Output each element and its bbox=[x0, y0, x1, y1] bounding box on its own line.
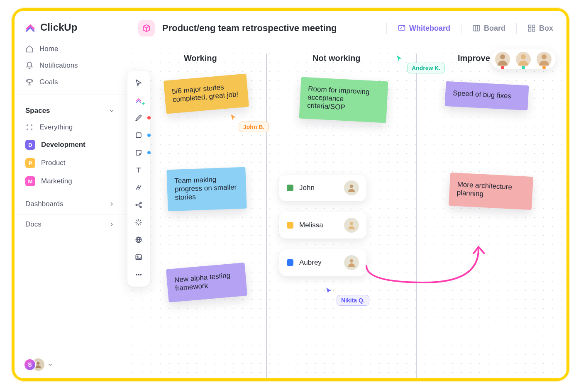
svg-rect-11 bbox=[136, 133, 141, 138]
sticky-text: More architecture planning bbox=[456, 180, 512, 198]
spaces-header[interactable]: Spaces bbox=[15, 99, 126, 119]
column-title-improve: Improve bbox=[458, 54, 490, 63]
sidebar: ClickUp Home Notifications Goals Spaces … bbox=[15, 11, 126, 378]
cursor-icon bbox=[325, 287, 333, 295]
tab-whiteboard[interactable]: Whiteboard bbox=[397, 22, 451, 34]
sticky-note[interactable]: Room for improving acceptance criteria/S… bbox=[299, 77, 388, 123]
nav-docs-label: Docs bbox=[25, 220, 42, 229]
cursor-label: John B. bbox=[239, 122, 269, 132]
sidebar-item-label: Product bbox=[41, 159, 66, 167]
nav-notifications[interactable]: Notifications bbox=[15, 57, 126, 74]
sticky-note[interactable]: 5/6 major stories completed, great job! bbox=[164, 73, 249, 114]
person-card[interactable]: John bbox=[279, 175, 366, 201]
svg-point-17 bbox=[137, 256, 138, 257]
avatar bbox=[344, 180, 359, 195]
tab-box[interactable]: Box bbox=[527, 22, 554, 34]
tool-connector[interactable] bbox=[131, 180, 146, 195]
box-icon bbox=[527, 24, 536, 32]
separator bbox=[461, 23, 461, 34]
whiteboard-canvas[interactable]: + Working Not working Improve bbox=[126, 46, 566, 378]
space-cube-icon[interactable] bbox=[138, 20, 155, 37]
sticky-text: Team making progress on smaller stories bbox=[174, 175, 237, 201]
sticky-note[interactable]: New alpha testing framework bbox=[166, 263, 247, 302]
space-badge: D bbox=[25, 140, 35, 150]
status-color-icon bbox=[287, 259, 293, 266]
tool-pen[interactable] bbox=[131, 110, 146, 126]
brand-name: ClickUp bbox=[40, 22, 77, 33]
svg-rect-7 bbox=[528, 25, 531, 28]
sticky-note[interactable]: More architecture planning bbox=[449, 173, 533, 210]
nav-goals-label: Goals bbox=[39, 78, 58, 86]
sidebar-item-development[interactable]: D Development bbox=[15, 136, 126, 154]
nav-goals[interactable]: Goals bbox=[15, 74, 126, 90]
svg-point-1 bbox=[31, 124, 32, 126]
column-divider bbox=[416, 54, 417, 378]
tool-image[interactable] bbox=[131, 249, 146, 265]
chevron-right-icon bbox=[108, 201, 115, 207]
cursor-label: Nikita Q. bbox=[337, 295, 369, 306]
chevron-right-icon bbox=[108, 221, 115, 228]
tool-ai[interactable] bbox=[131, 214, 146, 230]
tool-branch[interactable] bbox=[131, 197, 146, 213]
remote-cursor-john: John B. bbox=[229, 113, 269, 132]
person-card[interactable]: Melissa bbox=[279, 212, 366, 239]
view-tabs: Whiteboard Board Box bbox=[386, 22, 554, 34]
svg-point-13 bbox=[140, 202, 141, 203]
tool-sticky[interactable] bbox=[131, 145, 146, 161]
tool-pointer[interactable] bbox=[131, 75, 146, 91]
bell-icon bbox=[25, 61, 34, 70]
nav-home[interactable]: Home bbox=[15, 41, 126, 57]
person-card[interactable]: Aubrey bbox=[279, 249, 366, 276]
sticky-note[interactable]: Speed of bug fixes bbox=[445, 81, 529, 110]
sidebar-item-product[interactable]: P Product bbox=[15, 154, 126, 172]
column-divider bbox=[266, 54, 267, 378]
sidebar-item-everything[interactable]: Everything bbox=[15, 119, 126, 136]
sticky-text: 5/6 major stories completed, great job! bbox=[171, 83, 239, 104]
status-color-icon bbox=[287, 222, 293, 229]
tab-board[interactable]: Board bbox=[471, 22, 506, 34]
main-panel: Product/eng team retrospective meeting W… bbox=[126, 11, 566, 378]
presence-avatars[interactable] bbox=[491, 49, 556, 69]
avatar bbox=[344, 218, 359, 233]
space-badge: M bbox=[25, 176, 35, 186]
sidebar-item-label: Development bbox=[41, 141, 85, 149]
tab-label: Board bbox=[484, 24, 505, 33]
page-title: Product/eng team retrospective meeting bbox=[162, 23, 337, 34]
profile-switcher[interactable]: S bbox=[24, 358, 54, 371]
nav-dashboards[interactable]: Dashboards bbox=[15, 194, 126, 214]
nav-home-label: Home bbox=[39, 45, 58, 53]
remote-cursor-andrew: Andrew K. bbox=[395, 54, 445, 73]
nav-docs[interactable]: Docs bbox=[15, 214, 126, 234]
svg-point-3 bbox=[31, 129, 32, 130]
tool-text[interactable] bbox=[131, 162, 146, 178]
svg-point-21 bbox=[500, 54, 505, 59]
status-color-icon bbox=[287, 185, 293, 191]
presence-avatar[interactable] bbox=[495, 52, 510, 67]
svg-point-20 bbox=[140, 274, 142, 275]
cursor-icon bbox=[229, 113, 238, 122]
brand-logo[interactable]: ClickUp bbox=[15, 11, 126, 41]
topbar: Product/eng team retrospective meeting W… bbox=[126, 11, 566, 46]
whiteboard-icon bbox=[398, 24, 406, 32]
profile-initial-badge: S bbox=[24, 358, 36, 371]
presence-avatar[interactable] bbox=[516, 52, 531, 67]
svg-point-26 bbox=[350, 259, 353, 263]
tool-shape[interactable] bbox=[131, 127, 146, 143]
svg-point-23 bbox=[542, 54, 547, 59]
spaces-header-label: Spaces bbox=[25, 107, 50, 115]
connector-arrow[interactable] bbox=[362, 241, 487, 291]
column-title-working: Working bbox=[184, 54, 217, 63]
svg-point-4 bbox=[37, 362, 40, 365]
tool-web[interactable] bbox=[131, 232, 146, 248]
tool-more[interactable] bbox=[131, 267, 146, 282]
cursor-icon bbox=[395, 54, 404, 63]
tool-clickup[interactable]: + bbox=[131, 93, 146, 108]
svg-point-14 bbox=[140, 206, 141, 207]
presence-avatar[interactable] bbox=[537, 52, 552, 67]
board-icon bbox=[472, 24, 481, 32]
sidebar-item-marketing[interactable]: M Marketing bbox=[15, 172, 126, 190]
svg-point-25 bbox=[350, 222, 353, 225]
sticky-note[interactable]: Team making progress on smaller stories bbox=[166, 167, 247, 212]
svg-rect-9 bbox=[528, 29, 531, 32]
nav-dashboards-label: Dashboards bbox=[25, 200, 63, 208]
